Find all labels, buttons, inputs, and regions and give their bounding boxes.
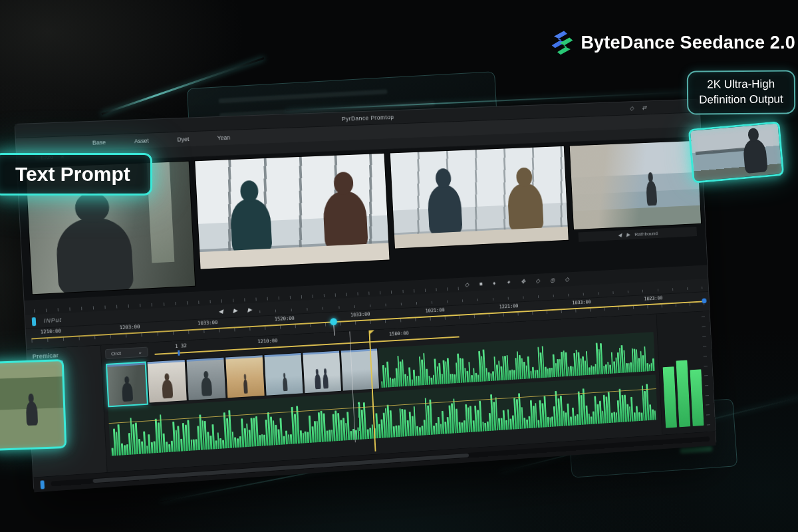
mini-blue-marker [178,350,180,356]
meter-bar [663,366,677,428]
marker-icon[interactable]: ◇ [465,281,469,288]
scroll-indicator [40,480,45,489]
play-icon[interactable]: ▶ [233,307,237,314]
badge-line2: Definition Output [699,92,783,108]
menu-item-yean[interactable]: Yean [217,134,230,142]
timeline-dropdown[interactable]: Orct ⌄ [105,346,148,359]
person-silhouette [243,379,248,394]
person-silhouette [122,382,133,402]
person-silhouette [427,185,463,235]
input-indicator [32,317,37,326]
bridge-silhouette [696,147,748,155]
person-silhouette [283,377,288,391]
meter-bar [690,369,704,426]
timecode: 1520:00 [275,315,295,322]
timeline-clip-5[interactable] [263,352,303,396]
glass-blur-row [219,89,388,103]
bytedance-logo-icon [547,29,574,56]
timeline-clip-7[interactable] [340,348,380,391]
prev-icon[interactable]: ◀ [618,232,622,238]
settings-icon[interactable]: ◇ [630,105,634,112]
monitor-clip-2-window-table [194,153,390,270]
text-prompt-label: Text Prompt [15,163,130,185]
sync-icon[interactable]: ⇄ [642,104,646,111]
audio-meter-bars [660,317,704,428]
person-silhouette [201,377,212,396]
timecode: 1221:00 [499,303,518,309]
stop-icon[interactable]: ■ [479,281,483,287]
badge-line1: 2K Ultra-High [699,76,783,92]
timecode: 1023:00 [644,295,662,302]
menu-item-base[interactable]: Base [92,139,106,146]
person-silhouette [162,379,173,398]
snap-icon[interactable]: ◇ [565,276,569,283]
step-back-icon[interactable]: ◀ [218,308,223,315]
next-icon[interactable]: ▶ [626,232,630,238]
brand-lockup: ByteDance Seedance 2.0 [547,29,795,56]
menu-item-dyet[interactable]: Dyet [177,136,189,143]
output-badge: 2K Ultra-High Definition Output [687,70,795,114]
person-silhouette [26,401,39,425]
text-prompt-chip: Text Prompt [0,153,152,196]
caption-label: Rathbound [634,231,658,237]
timecode: 1210:00 [257,338,278,345]
ruler-end-marker [702,298,706,303]
reference-thumbnail-top-right [688,121,785,184]
mask-icon[interactable]: ◇ [535,277,540,284]
timecode: 1033:00 [198,319,218,327]
timeline-clip-2[interactable] [146,359,187,404]
menu-item-asset[interactable]: Asset [134,138,149,145]
mini-start-timecode: 1 32 [175,342,187,349]
timecode: 1033:00 [572,299,591,305]
person-silhouette [323,373,329,388]
person-silhouette [507,183,544,231]
transport-controls: ◀ ▶ ▶ [218,307,252,315]
timeline-clip-3[interactable] [186,357,227,401]
person-silhouette [323,190,368,249]
timeline-clip-1-selected[interactable] [106,361,148,407]
timeline-clip-4[interactable] [225,354,265,398]
person-silhouette [646,181,657,206]
target-icon[interactable]: ◎ [550,277,555,283]
audio-meters-panel [656,311,716,435]
person-silhouette [229,198,272,254]
monitor-clip-3-office-desk [390,146,569,249]
chevron-down-icon: ⌄ [138,349,142,355]
stage: PyrDance Promtop ◇ ⇄ Base Asset Dyet Yea… [0,0,798,532]
step-forward-icon[interactable]: ▶ [247,307,252,313]
person-silhouette [55,216,134,295]
effects-icon[interactable]: ✦ [506,279,511,286]
person-silhouette [315,374,321,389]
brand-name: ByteDance Seedance 2.0 [581,33,795,53]
monitor-clip-4-coastal-road [569,140,702,230]
timeline-clip-6[interactable] [302,350,342,394]
timecode: 1500:00 [389,330,409,336]
reference-thumbnail-bottom-left [0,359,66,451]
timecode: 1203:00 [120,324,140,331]
keyframe-icon[interactable]: ♦ [493,280,496,287]
input-label: INPut [44,317,63,324]
dropdown-value: Orct [111,350,121,356]
timecode: 1210:00 [41,328,62,335]
timecode: 1033:00 [350,311,370,318]
timecode: 1021:00 [425,307,445,313]
person-silhouette [742,138,768,174]
meter-bar [676,360,691,427]
transform-icon[interactable]: ✥ [521,278,525,285]
